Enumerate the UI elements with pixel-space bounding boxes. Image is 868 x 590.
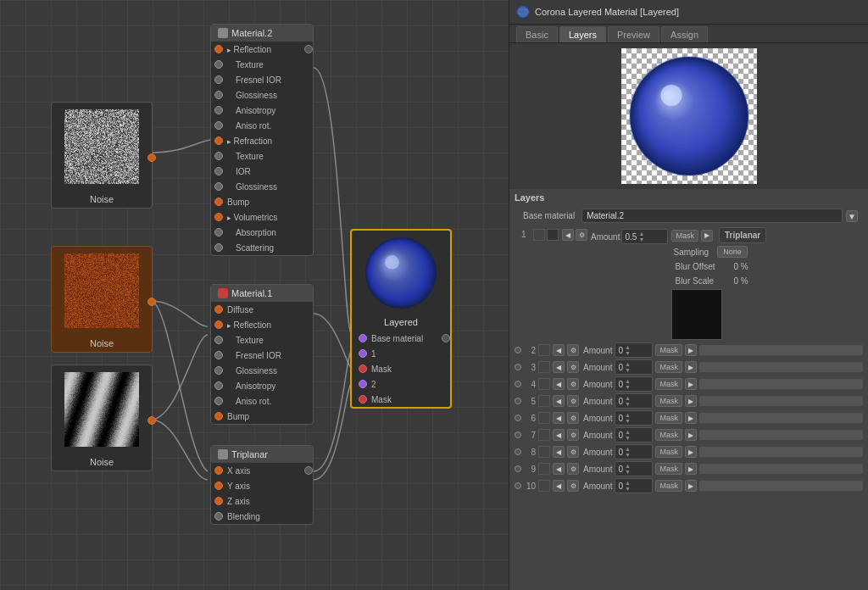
- layer1-icon1[interactable]: ◀: [562, 229, 574, 241]
- layer4-spinners[interactable]: ▲▼: [625, 378, 631, 390]
- layer3-spinners[interactable]: ▲▼: [625, 361, 631, 373]
- layer3-socket: [515, 364, 521, 370]
- layer10-spinners[interactable]: ▲▼: [625, 480, 631, 492]
- layer2-mask-icon[interactable]: ▶: [685, 344, 697, 356]
- layer1-mask-icon[interactable]: ▶: [701, 230, 713, 242]
- layer9-mask-icon[interactable]: ▶: [685, 463, 697, 475]
- layer6-mask-btn[interactable]: Mask: [655, 412, 682, 424]
- layer7-icon2[interactable]: ⚙: [567, 429, 579, 441]
- layer10-mask-icon[interactable]: ▶: [685, 480, 697, 492]
- layer9-swatch1[interactable]: [538, 463, 550, 475]
- layer4-mask-bar: [699, 379, 863, 389]
- layer9-mask-bar: [699, 464, 863, 474]
- layer6-icon1[interactable]: ◀: [553, 412, 565, 424]
- layer8-icon2[interactable]: ⚙: [567, 446, 579, 458]
- layer5-icon2[interactable]: ⚙: [567, 395, 579, 407]
- layer9-mask-btn[interactable]: Mask: [655, 463, 682, 475]
- layer6-socket: [515, 415, 521, 421]
- layer7-mask-icon[interactable]: ▶: [685, 429, 697, 441]
- layer3-swatch1[interactable]: [538, 361, 550, 373]
- layer3-mask-icon[interactable]: ▶: [685, 361, 697, 373]
- layer9-spinners[interactable]: ▲▼: [625, 463, 631, 475]
- layer2-amount-label: Amount: [583, 346, 612, 355]
- layer8-mask-icon[interactable]: ▶: [685, 446, 697, 458]
- layer8-spinners[interactable]: ▲▼: [625, 446, 631, 458]
- layer2-icon1[interactable]: ◀: [553, 344, 565, 356]
- triplanar-label-text: Triplanar: [725, 231, 760, 240]
- tab-preview[interactable]: Preview: [608, 26, 659, 42]
- layer5-mask-icon[interactable]: ▶: [685, 395, 697, 407]
- layer6-icon2[interactable]: ⚙: [567, 412, 579, 424]
- corona-sphere-icon: [516, 5, 530, 19]
- layer7-swatch1[interactable]: [538, 429, 550, 441]
- material-preview: [621, 48, 757, 184]
- noise1-label: Noise: [52, 191, 152, 208]
- layer10-amount-input[interactable]: 0 ▲▼: [615, 478, 653, 493]
- base-material-row: Base material Material.2 ▼: [515, 206, 863, 225]
- sampling-none-btn[interactable]: None: [717, 246, 748, 258]
- layer8-amount-input[interactable]: 0 ▲▼: [615, 444, 653, 459]
- layer2-spinners[interactable]: ▲▼: [625, 344, 631, 356]
- layer1-amount-input[interactable]: 0.5 ▲▼: [621, 229, 668, 244]
- layer10-icon1[interactable]: ◀: [553, 480, 565, 492]
- layer7-mask-btn[interactable]: Mask: [655, 429, 682, 441]
- layer1-mask-btn[interactable]: Mask: [671, 230, 698, 242]
- layer9-icon2[interactable]: ⚙: [567, 463, 579, 475]
- layer1-spinners[interactable]: ▲▼: [638, 231, 644, 242]
- layer5-icon1[interactable]: ◀: [553, 395, 565, 407]
- base-material-dropdown[interactable]: ▼: [846, 210, 858, 222]
- layer4-icon2[interactable]: ⚙: [567, 378, 579, 390]
- layer4-swatch1[interactable]: [538, 378, 550, 390]
- layer9-amount-input[interactable]: 0 ▲▼: [615, 461, 653, 476]
- layer2-mask-btn[interactable]: Mask: [655, 344, 682, 356]
- layer4-mask-btn[interactable]: Mask: [655, 378, 682, 390]
- layer2-icon2[interactable]: ⚙: [567, 344, 579, 356]
- layer6-spinners[interactable]: ▲▼: [625, 412, 631, 424]
- tab-layers[interactable]: Layers: [559, 26, 606, 42]
- layer1-mask-row: Mask ▶ Triplanar: [671, 227, 766, 243]
- layer8-icon1[interactable]: ◀: [553, 446, 565, 458]
- layer4-mask-icon[interactable]: ▶: [685, 378, 697, 390]
- base-material-value[interactable]: Material.2: [581, 209, 843, 223]
- layer2-swatch1[interactable]: [538, 344, 550, 356]
- tab-assign[interactable]: Assign: [661, 26, 708, 42]
- layer2-socket: [515, 347, 521, 353]
- layer10-amount-label: Amount: [583, 481, 612, 491]
- tab-bar[interactable]: Basic Layers Preview Assign: [509, 25, 868, 43]
- layer5-mask-btn[interactable]: Mask: [655, 395, 682, 407]
- layer8-mask-btn[interactable]: Mask: [655, 446, 682, 458]
- layer7-spinners[interactable]: ▲▼: [625, 429, 631, 441]
- layer5-swatch1[interactable]: [538, 395, 550, 407]
- layer3-icon1[interactable]: ◀: [553, 361, 565, 373]
- layer7-icon1[interactable]: ◀: [553, 429, 565, 441]
- layer2-amount-input[interactable]: 0 ▲▼: [615, 342, 653, 358]
- tab-basic[interactable]: Basic: [516, 26, 558, 42]
- layer10-icon2[interactable]: ⚙: [567, 480, 579, 492]
- layer3-mask-btn[interactable]: Mask: [655, 361, 682, 373]
- layer7-amount-val: 0: [618, 431, 623, 440]
- layer7-socket: [515, 431, 521, 438]
- node-editor[interactable]: Noise Noise Noise Material.2 Reflection …: [0, 0, 509, 590]
- layer3-amount-input[interactable]: 0 ▲▼: [615, 359, 653, 375]
- blur-scale-label: Blur Scale: [675, 276, 730, 286]
- layer3-icon2[interactable]: ⚙: [567, 361, 579, 373]
- mat2-socket-0: [214, 45, 223, 53]
- layer6-amount-input[interactable]: 0 ▲▼: [615, 410, 653, 426]
- triplanar-title: Triplanar: [231, 449, 268, 459]
- layer10-swatch1[interactable]: [538, 480, 550, 492]
- layer1-swatch1[interactable]: [533, 229, 545, 241]
- layer4-icon1[interactable]: ◀: [553, 378, 565, 390]
- layer5-amount-input[interactable]: 0 ▲▼: [615, 393, 653, 409]
- layer4-amount-input[interactable]: 0 ▲▼: [615, 376, 653, 392]
- layer1-icon2[interactable]: ⚙: [576, 229, 587, 241]
- layer1-swatch2[interactable]: [547, 229, 559, 241]
- layer6-swatch1[interactable]: [538, 412, 550, 424]
- layer6-mask-icon[interactable]: ▶: [685, 412, 697, 424]
- layer9-icon1[interactable]: ◀: [553, 463, 565, 475]
- layer5-spinners[interactable]: ▲▼: [625, 395, 631, 407]
- layer8-swatch1[interactable]: [538, 446, 550, 458]
- layer3-mask-bar: [699, 362, 863, 372]
- layer10-mask-btn[interactable]: Mask: [655, 480, 682, 492]
- layer1-black-swatch: [671, 289, 722, 340]
- layer7-amount-input[interactable]: 0 ▲▼: [615, 427, 653, 442]
